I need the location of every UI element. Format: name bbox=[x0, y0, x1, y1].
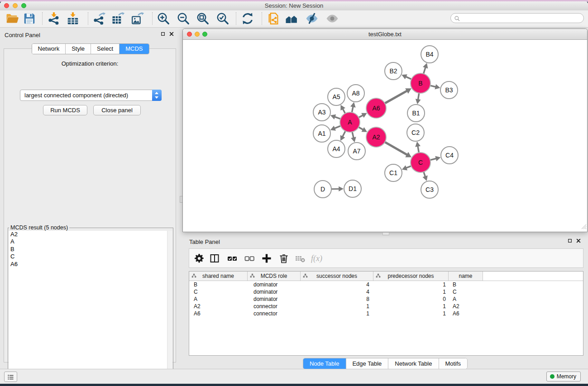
table-settings-button[interactable] bbox=[194, 253, 205, 264]
save-session-button[interactable] bbox=[23, 12, 36, 25]
graph-node-B2[interactable]: B2 bbox=[385, 62, 402, 80]
tab-network-table[interactable]: Network Table bbox=[388, 358, 439, 369]
graph-node-B3[interactable]: B3 bbox=[440, 81, 458, 99]
graph-node-B1[interactable]: B1 bbox=[407, 105, 425, 122]
graph-node-A2[interactable]: A2 bbox=[366, 127, 386, 147]
zoom-in-button[interactable] bbox=[157, 12, 170, 25]
graph-edge-A2-C[interactable] bbox=[384, 142, 411, 157]
mcds-result-item[interactable]: A bbox=[9, 238, 172, 245]
graph-edge-A-A4[interactable] bbox=[340, 130, 346, 141]
export-network-button[interactable] bbox=[92, 12, 106, 25]
memory-button[interactable]: Memory bbox=[546, 372, 581, 381]
mcds-result-item[interactable]: C bbox=[9, 253, 172, 260]
graph-node-C[interactable]: C bbox=[411, 152, 430, 172]
task-history-button[interactable] bbox=[4, 372, 17, 382]
list-scrollbar[interactable] bbox=[167, 231, 172, 377]
graph-edge-B-B3[interactable] bbox=[429, 84, 440, 90]
network-canvas[interactable]: B4B2BB3A8A5A6A3B1AC2A1A2A4A7C4CC1DD1C3 bbox=[183, 40, 587, 232]
graph-edge-A-A3[interactable] bbox=[330, 114, 341, 119]
zoom-fit-button[interactable] bbox=[196, 12, 210, 25]
close-panel-icon[interactable] bbox=[169, 32, 174, 36]
mcds-result-item[interactable]: B bbox=[9, 246, 172, 253]
column-header-MCDS-role[interactable]: MCDS role bbox=[248, 272, 301, 281]
graph-edge-A6-B[interactable] bbox=[384, 88, 411, 104]
network-minimize-button[interactable] bbox=[195, 32, 200, 37]
graph-node-D[interactable]: D bbox=[314, 181, 331, 198]
tab-select[interactable]: Select bbox=[91, 44, 120, 54]
float-table-panel-icon[interactable] bbox=[568, 238, 572, 243]
import-table-button[interactable] bbox=[66, 12, 80, 25]
search-input[interactable] bbox=[463, 14, 581, 23]
close-panel-button[interactable]: Close panel bbox=[93, 105, 141, 115]
window-resize-grip[interactable] bbox=[581, 223, 587, 231]
delete-row-button[interactable] bbox=[278, 253, 289, 264]
mcds-result-item[interactable]: A6 bbox=[9, 261, 172, 268]
first-neighbors-button[interactable] bbox=[285, 12, 298, 25]
graph-node-A1[interactable]: A1 bbox=[313, 125, 330, 142]
graph-edge-A-A6[interactable] bbox=[358, 113, 367, 118]
column-header-successor-nodes[interactable]: successor nodes bbox=[301, 272, 373, 281]
graph-edge-B-B1[interactable] bbox=[416, 92, 421, 104]
maximize-window-button[interactable] bbox=[21, 3, 26, 8]
graph-edge-B-B2[interactable] bbox=[402, 74, 412, 79]
network-window-title-bar[interactable]: testGlobe.txt bbox=[183, 29, 587, 40]
tab-motifs[interactable]: Motifs bbox=[439, 358, 467, 369]
tab-edge-table[interactable]: Edge Table bbox=[346, 358, 388, 369]
graph-edge-B-B4[interactable] bbox=[423, 63, 428, 75]
float-panel-icon[interactable] bbox=[161, 32, 165, 36]
graph-edge-A-A8[interactable] bbox=[350, 102, 356, 114]
graph-edge-A-A2[interactable] bbox=[358, 127, 367, 132]
tab-mcds[interactable]: MCDS bbox=[120, 44, 148, 54]
graph-node-B4[interactable]: B4 bbox=[421, 46, 438, 63]
graph-edge-A-A7[interactable] bbox=[351, 131, 356, 142]
graph-node-A5[interactable]: A5 bbox=[328, 88, 345, 105]
graph-edge-C-C4[interactable] bbox=[429, 156, 440, 161]
add-row-button[interactable] bbox=[261, 253, 272, 264]
mcds-result-item[interactable]: A2 bbox=[9, 231, 172, 238]
graph-node-A8[interactable]: A8 bbox=[347, 85, 364, 102]
tab-style[interactable]: Style bbox=[66, 44, 91, 54]
network-close-button[interactable] bbox=[187, 32, 192, 37]
graph-edge-C-C3[interactable] bbox=[423, 171, 428, 181]
graph-node-C1[interactable]: C1 bbox=[385, 164, 402, 181]
hide-selected-button[interactable] bbox=[305, 12, 319, 25]
graph-edge-C-C1[interactable] bbox=[402, 165, 412, 170]
graph-edge-D-D1[interactable] bbox=[330, 186, 344, 191]
graph-edge-A-A5[interactable] bbox=[340, 105, 345, 114]
export-table-button[interactable] bbox=[111, 12, 125, 25]
column-header-name[interactable]: name bbox=[449, 272, 483, 281]
close-window-button[interactable] bbox=[4, 3, 9, 8]
toggle-panes-button[interactable] bbox=[209, 253, 220, 264]
zoom-selected-button[interactable] bbox=[216, 12, 229, 25]
network-maximize-button[interactable] bbox=[202, 32, 207, 37]
minimize-window-button[interactable] bbox=[13, 3, 18, 8]
graph-node-A3[interactable]: A3 bbox=[313, 104, 330, 121]
graph-edge-C-C2[interactable] bbox=[415, 142, 421, 154]
import-network-button[interactable] bbox=[47, 12, 61, 25]
graph-node-A[interactable]: A bbox=[340, 112, 360, 132]
graph-node-B[interactable]: B bbox=[411, 73, 430, 93]
column-header-predecessor-nodes[interactable]: predecessor nodes bbox=[373, 272, 449, 281]
graph-node-A7[interactable]: A7 bbox=[348, 143, 365, 160]
deselect-all-rows-button[interactable] bbox=[244, 253, 255, 264]
table-row[interactable]: Bdominator41B bbox=[189, 281, 583, 288]
open-file-button[interactable] bbox=[5, 12, 19, 25]
search-box[interactable] bbox=[450, 13, 584, 23]
new-network-from-selection-button[interactable] bbox=[267, 12, 280, 25]
table-row[interactable]: A6connector11A6 bbox=[189, 310, 583, 317]
apply-preferred-layout-button[interactable] bbox=[241, 12, 254, 25]
criterion-dropdown[interactable]: largest connected component (directed) bbox=[20, 90, 162, 101]
close-table-panel-icon[interactable] bbox=[576, 238, 581, 243]
export-image-button[interactable] bbox=[131, 12, 144, 25]
graph-node-A4[interactable]: A4 bbox=[328, 140, 345, 157]
graph-node-C4[interactable]: C4 bbox=[441, 147, 458, 164]
column-header-shared-name[interactable]: shared name bbox=[189, 272, 248, 281]
tab-network[interactable]: Network bbox=[32, 44, 66, 54]
table-row[interactable]: Cdominator41C bbox=[189, 288, 583, 295]
table-row[interactable]: Adominator80A bbox=[189, 295, 583, 303]
select-all-rows-button[interactable] bbox=[227, 253, 238, 264]
graph-node-D1[interactable]: D1 bbox=[344, 180, 361, 197]
graph-node-A6[interactable]: A6 bbox=[366, 98, 386, 118]
run-mcds-button[interactable]: Run MCDS bbox=[43, 105, 87, 115]
zoom-out-button[interactable] bbox=[177, 12, 190, 25]
